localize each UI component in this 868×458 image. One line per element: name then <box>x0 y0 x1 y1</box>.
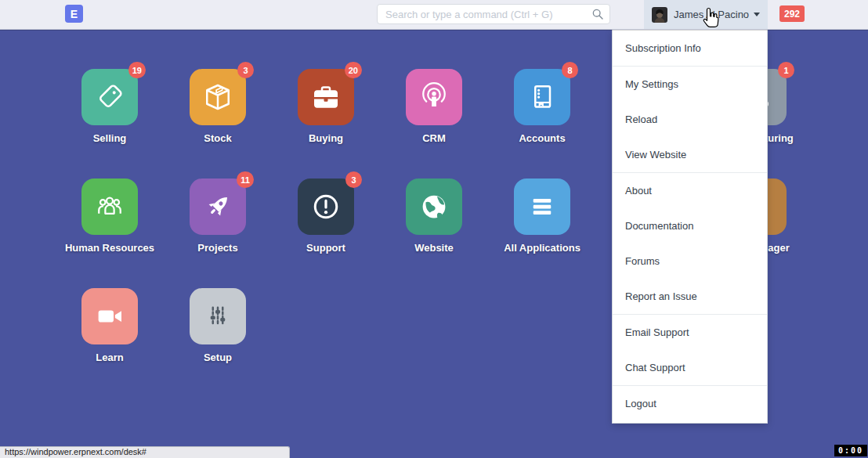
ledger-icon[interactable] <box>514 69 570 125</box>
user-avatar <box>652 7 667 23</box>
user-dropdown-menu: Subscription InfoMy SettingsReloadView W… <box>612 29 768 424</box>
app-website[interactable]: Website <box>406 179 462 235</box>
app-setup[interactable]: Setup <box>190 288 246 344</box>
menu-item-my-settings[interactable]: My Settings <box>613 67 767 102</box>
link-status-bar: https://windpower.erpnext.com/desk# <box>0 446 290 458</box>
app-logo[interactable]: E <box>65 5 83 23</box>
menu-item-documentation[interactable]: Documentation <box>613 208 767 243</box>
app-projects[interactable]: 11Projects <box>190 179 246 235</box>
app-human-resources[interactable]: Human Resources <box>81 179 138 235</box>
navbar: E James Al Pacino 292 <box>0 0 868 30</box>
box-icon[interactable] <box>190 69 246 125</box>
app-label: All Applications <box>464 242 620 254</box>
app-badge: 3 <box>237 62 254 78</box>
app-learn[interactable]: Learn <box>81 288 138 344</box>
app-badge: 19 <box>128 62 146 78</box>
global-search <box>377 4 610 24</box>
menu-item-view-website[interactable]: View Website <box>613 137 767 172</box>
globe-icon[interactable] <box>406 179 462 235</box>
sliders-icon[interactable] <box>190 288 246 344</box>
menu-item-chat-support[interactable]: Chat Support <box>613 350 767 385</box>
chevron-down-icon <box>754 13 760 16</box>
menu-item-email-support[interactable]: Email Support <box>613 315 767 350</box>
user-dropdown-toggle[interactable]: James Al Pacino <box>644 0 768 29</box>
alert-icon[interactable] <box>298 179 354 235</box>
app-badge: 3 <box>345 171 362 188</box>
menu-item-forums[interactable]: Forums <box>613 243 767 279</box>
menu-item-about[interactable]: About <box>613 173 767 208</box>
app-stock[interactable]: 3Stock <box>190 69 246 125</box>
menu-item-logout[interactable]: Logout <box>613 386 767 421</box>
logo-letter: E <box>71 8 78 20</box>
recording-timer: 0:00 <box>834 445 867 456</box>
app-selling[interactable]: 19Selling <box>81 69 138 125</box>
notification-count-badge[interactable]: 292 <box>779 5 805 22</box>
tag-icon[interactable] <box>81 69 138 125</box>
app-all-applications[interactable]: All Applications <box>514 179 570 235</box>
rocket-icon[interactable] <box>190 179 246 235</box>
app-badge: 8 <box>562 62 578 78</box>
app-badge: 11 <box>237 171 254 188</box>
app-crm[interactable]: CRM <box>406 69 462 125</box>
briefcase-icon[interactable] <box>298 69 354 125</box>
menu-bars-icon[interactable] <box>514 179 570 235</box>
user-name: James Al Pacino <box>674 9 749 20</box>
menu-item-subscription-info[interactable]: Subscription Info <box>613 31 767 66</box>
people-icon[interactable] <box>81 179 138 235</box>
app-support[interactable]: 3Support <box>298 179 354 235</box>
app-label: Setup <box>139 352 296 363</box>
app-buying[interactable]: 20Buying <box>298 69 354 125</box>
menu-item-report-an-issue[interactable]: Report an Issue <box>613 279 767 314</box>
menu-item-reload[interactable]: Reload <box>613 102 767 137</box>
video-icon[interactable] <box>81 288 138 344</box>
broadcast-icon[interactable] <box>406 69 462 125</box>
app-accounts[interactable]: 8Accounts <box>514 69 570 125</box>
search-input[interactable] <box>377 4 610 24</box>
app-badge: 1 <box>778 62 794 78</box>
app-badge: 20 <box>345 62 362 78</box>
app-label: Accounts <box>464 132 620 144</box>
